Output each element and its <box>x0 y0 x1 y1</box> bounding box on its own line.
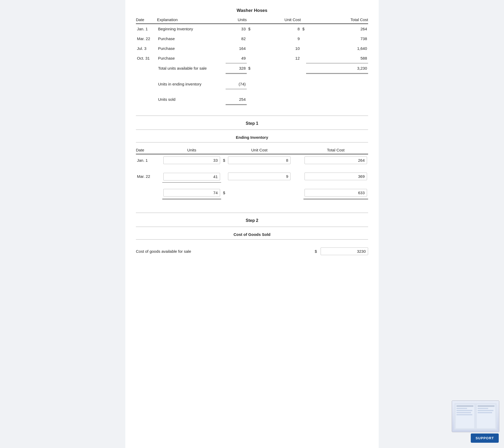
cell-totalcost-dollar: $ <box>301 24 306 34</box>
cell-total-cost: 588 <box>306 53 368 63</box>
cell-date: Oct. 31 <box>136 53 157 63</box>
cell-blank <box>227 187 292 199</box>
cell-units: 33 <box>226 24 247 34</box>
col-header-unit-cost: Unit Cost <box>227 148 292 154</box>
cell-unitcost-dollar <box>247 44 252 53</box>
step1-subtitle: Ending Inventory <box>136 135 368 140</box>
step2-title: Step 2 <box>136 218 368 223</box>
col-header-total-cost: Total Cost <box>303 148 368 154</box>
col-header-date: Date <box>136 148 162 154</box>
cell-unitcost-dollar: $ <box>247 24 252 34</box>
step1-title: Step 1 <box>136 121 368 126</box>
cell-total-cost-wrap <box>303 187 368 199</box>
table-row: Oct. 31 Purchase 49 12 588 <box>136 53 368 63</box>
cell-dollar-mar22 <box>221 170 227 182</box>
cell-units: 164 <box>226 44 247 53</box>
ending-inv-row-1: Jan. 1 $ <box>136 154 368 166</box>
screenshot-thumbnail <box>452 401 499 432</box>
svg-rect-7 <box>457 414 472 415</box>
cell-tc-spacer <box>292 170 303 182</box>
total-cost-total-input[interactable] <box>305 189 367 197</box>
cogs-value-input[interactable] <box>321 247 368 255</box>
step1-divider2 <box>136 130 368 130</box>
cell-date <box>136 79 157 89</box>
cell-units-input-wrap <box>162 154 221 166</box>
cell-unitcost-dollar <box>247 34 252 44</box>
table-row: Jan. 1 Beginning Inventory 33 $ 8 $ 264 <box>136 24 368 34</box>
step1-divider <box>136 116 368 116</box>
units-sold-row: Units sold 254 <box>136 94 368 105</box>
unit-cost-input-mar22[interactable] <box>228 173 291 180</box>
total-cost-input-mar22[interactable] <box>305 173 367 180</box>
cell-explanation: Purchase <box>157 53 226 63</box>
cell-totalcost-input-wrap <box>303 170 368 182</box>
step1-divider3 <box>136 142 368 142</box>
units-input-jan1[interactable] <box>163 156 220 164</box>
col-header-units: Units <box>226 17 247 24</box>
cell-units-sold: 254 <box>226 94 247 105</box>
cogs-dollar: $ <box>315 249 317 254</box>
support-button[interactable]: SUPPORT <box>471 433 499 443</box>
spacer-row <box>136 89 368 95</box>
cell-tc-dollar <box>292 187 303 199</box>
page-title: Washer Hoses <box>136 8 368 13</box>
cell-units-ending: (74) <box>226 79 247 89</box>
cell-explanation: Units sold <box>157 94 226 105</box>
cogs-label: Cost of goods available for sale <box>136 249 312 254</box>
col-header-total-cost: Total Cost <box>301 17 368 24</box>
svg-rect-10 <box>478 410 493 411</box>
cell-units: 82 <box>226 34 247 44</box>
cell-explanation: Beginning Inventory <box>157 24 226 34</box>
cell-explanation: Units in ending inventory <box>157 79 226 89</box>
cell-unit-cost: 12 <box>252 53 301 63</box>
total-row: Total units available for sale 328 $ 3,2… <box>136 63 368 74</box>
cell-totalcost-dollar <box>301 34 306 44</box>
cell-dollar-jan1: $ <box>221 154 227 166</box>
cell-explanation: Purchase <box>157 34 226 44</box>
cell-unit-cost-blank <box>252 63 301 74</box>
cell-date <box>136 63 157 74</box>
inventory-table: Date Explanation Units Unit Cost Total C… <box>136 17 368 105</box>
cell-date: Mar. 22 <box>136 34 157 44</box>
thumb-content <box>452 401 499 432</box>
ending-inv-row-2: Mar. 22 <box>136 170 368 182</box>
spacer-row <box>136 182 368 187</box>
total-cost-input-jan1[interactable] <box>305 156 367 164</box>
ending-inventory-table: Date Units Unit Cost Total Cost Jan. 1 $ <box>136 148 368 199</box>
svg-rect-5 <box>457 410 472 411</box>
cell-units: 49 <box>226 53 247 63</box>
units-input-mar22[interactable] <box>163 173 220 180</box>
spacer-row <box>136 166 368 170</box>
svg-rect-6 <box>457 412 471 413</box>
cell-date: Jan. 1 <box>136 24 157 34</box>
unit-cost-input-jan1[interactable] <box>228 156 291 164</box>
cell-total-cost-total: 3,230 <box>306 63 368 74</box>
cell-totalcost-dollar-total: $ <box>247 63 252 74</box>
step2-divider <box>136 213 368 213</box>
cell-units-total: 328 <box>226 63 247 74</box>
cell-blank <box>247 79 368 89</box>
cell-date: Jan. 1 <box>136 154 162 166</box>
cell-unit-cost: 10 <box>252 44 301 53</box>
col-header-unit-cost: Unit Cost <box>247 17 301 24</box>
cell-totalcost-input-wrap <box>303 154 368 166</box>
svg-rect-3 <box>457 405 473 407</box>
ending-inv-row: Units in ending inventory (74) <box>136 79 368 89</box>
svg-rect-4 <box>457 408 467 409</box>
svg-rect-8 <box>478 405 495 407</box>
cell-date <box>136 94 157 105</box>
col-header-units: Units <box>162 148 221 154</box>
cell-explanation: Total units available for sale <box>157 63 226 74</box>
svg-rect-9 <box>478 408 488 409</box>
table-row: Jul. 3 Purchase 164 10 1,640 <box>136 44 368 53</box>
cell-unitcost-input-wrap <box>227 154 292 166</box>
cell-unitcost-input-wrap <box>227 170 292 182</box>
table-row: Mar. 22 Purchase 82 9 738 <box>136 34 368 44</box>
units-total-input[interactable] <box>163 189 220 197</box>
cell-total-dollar: $ <box>221 187 227 199</box>
cogs-row: Cost of goods available for sale $ <box>136 245 368 258</box>
cell-explanation: Purchase <box>157 44 226 53</box>
cell-total-cost: 1,640 <box>306 44 368 53</box>
cell-date: Mar. 22 <box>136 170 162 182</box>
col-header-tc-spacer <box>292 148 303 154</box>
